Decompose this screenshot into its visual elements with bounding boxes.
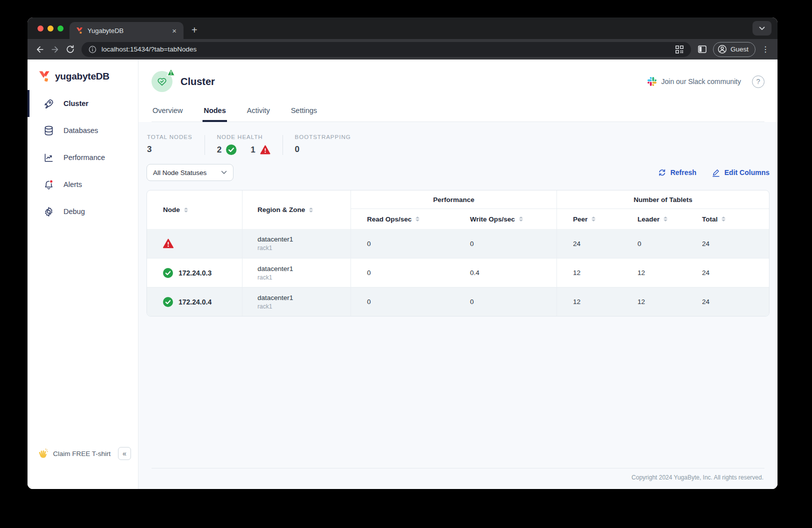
sort-icon[interactable] xyxy=(722,216,726,222)
browser-toolbar: localhost:15434/?tab=tabNodes Guest ⋮ xyxy=(28,39,778,60)
slack-link-label: Join our Slack community xyxy=(661,78,741,86)
zone-name: rack1 xyxy=(258,274,272,281)
profile-chip[interactable]: Guest xyxy=(713,42,756,57)
column-header-leader[interactable]: Leader xyxy=(622,209,686,229)
claim-tshirt-link[interactable]: Claim FREE T-shirt xyxy=(53,450,113,458)
cluster-warning-badge-icon xyxy=(166,68,176,78)
table-row[interactable]: datacenter1 rack1 0 0 24 0 24 xyxy=(147,229,769,258)
browser-tab[interactable]: YugabyteDB × xyxy=(70,22,184,39)
tab-settings[interactable]: Settings xyxy=(290,102,318,122)
sort-icon[interactable] xyxy=(592,216,596,222)
collapse-sidebar-button[interactable]: « xyxy=(118,447,131,460)
node-status-filter-value: All Node Statuses xyxy=(153,169,206,176)
sidebar-item-debug[interactable]: Debug xyxy=(28,198,138,225)
sort-icon[interactable] xyxy=(519,216,523,222)
region-name: datacenter1 xyxy=(258,265,293,272)
tab-nodes[interactable]: Nodes xyxy=(202,102,226,122)
column-label: Node xyxy=(163,206,180,214)
stat-total-nodes: TOTAL NODES 3 xyxy=(147,134,192,155)
leader-tablets-value: 12 xyxy=(622,258,686,287)
column-header-region[interactable]: Region & Zone xyxy=(242,190,351,229)
node-address: 172.24.0.3 xyxy=(178,269,212,277)
group-header-tablets: Number of Tablets xyxy=(557,190,769,209)
column-header-write-ops[interactable]: Write Ops/sec xyxy=(454,209,557,229)
rocket-icon xyxy=(42,98,54,110)
qr-code-icon[interactable] xyxy=(675,45,684,54)
site-info-icon[interactable] xyxy=(88,46,96,54)
table-row[interactable]: 172.24.0.4 datacenter1 rack1 0 0 12 12 2… xyxy=(147,287,769,316)
forward-button[interactable] xyxy=(48,42,62,57)
yugabytedb-logo[interactable]: yugabyteDB xyxy=(28,60,138,90)
edit-columns-button[interactable]: Edit Columns xyxy=(712,168,770,177)
window-controls xyxy=(38,26,64,32)
column-label: Total xyxy=(702,216,718,223)
address-bar[interactable]: localhost:15434/?tab=tabNodes xyxy=(82,42,691,57)
logo-text: yugabyteDB xyxy=(55,71,110,82)
back-button[interactable] xyxy=(32,42,48,57)
region-name: datacenter1 xyxy=(258,236,293,243)
chevron-down-icon xyxy=(759,26,765,30)
read-ops-value: 0 xyxy=(351,258,454,287)
browser-menu-button[interactable]: ⋮ xyxy=(758,44,772,54)
stat-label: BOOTSTRAPPING xyxy=(295,134,351,140)
sidebar-item-databases[interactable]: Databases xyxy=(28,117,138,144)
column-label: Peer xyxy=(573,216,588,223)
database-icon xyxy=(42,124,54,136)
column-header-total[interactable]: Total xyxy=(686,209,769,229)
close-window-button[interactable] xyxy=(38,26,44,32)
reload-button[interactable] xyxy=(62,42,78,57)
sidebar-nav: Cluster Databases Performance xyxy=(28,90,138,225)
tab-overview[interactable]: Overview xyxy=(152,102,184,122)
filter-row: All Node Statuses Refresh Edit Columns xyxy=(146,164,770,181)
minimize-window-button[interactable] xyxy=(48,26,54,32)
leader-tablets-value: 12 xyxy=(622,288,686,316)
sidebar-item-label: Databases xyxy=(64,126,98,134)
healthy-check-icon xyxy=(163,297,173,307)
sort-icon[interactable] xyxy=(664,216,668,222)
bell-icon xyxy=(42,178,54,190)
column-header-peer[interactable]: Peer xyxy=(557,209,622,229)
slack-community-link[interactable]: Join our Slack community xyxy=(648,77,741,86)
total-tablets-value: 24 xyxy=(686,229,769,258)
reload-icon xyxy=(66,44,75,54)
browser-tabstrip: YugabyteDB × + xyxy=(28,18,778,39)
stat-label: TOTAL NODES xyxy=(147,134,192,140)
nodes-content: TOTAL NODES 3 NODE HEALTH 2 1 xyxy=(138,122,778,489)
sidebar-item-cluster[interactable]: Cluster xyxy=(28,90,138,117)
refresh-label: Refresh xyxy=(670,168,696,176)
bootstrapping-value: 0 xyxy=(295,144,300,154)
sidebar-item-alerts[interactable]: Alerts xyxy=(28,171,138,198)
browser-window: YugabyteDB × + localhost:15434/?tab=tabN… xyxy=(28,18,778,489)
new-tab-button[interactable]: + xyxy=(192,25,198,35)
sidebar-item-label: Performance xyxy=(64,154,105,162)
yugabytedb-favicon xyxy=(76,26,84,34)
tab-search-button[interactable] xyxy=(752,21,772,36)
help-button[interactable]: ? xyxy=(752,76,764,88)
column-label: Leader xyxy=(638,216,660,223)
sort-icon[interactable] xyxy=(184,208,188,212)
sort-icon[interactable] xyxy=(309,208,313,212)
tab-activity[interactable]: Activity xyxy=(246,102,271,122)
total-nodes-value: 3 xyxy=(147,144,152,154)
column-header-node[interactable]: Node xyxy=(147,190,242,229)
copyright-text: Copyright 2024 YugaByte, Inc. All rights… xyxy=(152,468,764,489)
refresh-button[interactable]: Refresh xyxy=(658,168,696,177)
sort-icon[interactable] xyxy=(416,216,420,222)
chart-icon xyxy=(42,152,54,164)
app-frame: yugabyteDB Cluster Databases xyxy=(28,60,778,489)
read-ops-value: 0 xyxy=(351,288,454,316)
healthy-count: 2 xyxy=(217,145,222,155)
column-label: Read Ops/sec xyxy=(367,216,412,223)
side-panel-button[interactable] xyxy=(695,42,710,57)
profile-label: Guest xyxy=(730,46,748,53)
column-header-read-ops[interactable]: Read Ops/sec xyxy=(351,209,454,229)
tab-close-icon[interactable]: × xyxy=(170,26,178,36)
table-row[interactable]: 172.24.0.3 datacenter1 rack1 0 0.4 12 12… xyxy=(147,258,769,287)
sidebar-item-performance[interactable]: Performance xyxy=(28,144,138,171)
zoom-window-button[interactable] xyxy=(58,26,64,32)
zone-name: rack1 xyxy=(258,303,272,310)
group-header-performance: Performance xyxy=(351,190,557,209)
peer-tablets-value: 12 xyxy=(557,258,622,287)
node-status-filter-select[interactable]: All Node Statuses xyxy=(146,164,234,181)
url-text: localhost:15434/?tab=tabNodes xyxy=(102,46,670,53)
